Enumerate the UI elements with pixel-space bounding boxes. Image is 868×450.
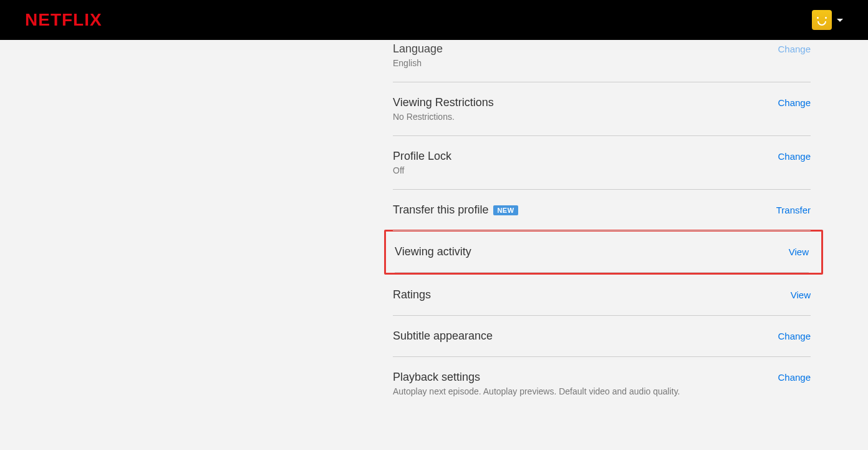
setting-row-viewing-activity: Viewing activity View <box>395 232 809 273</box>
action-link-change[interactable]: Change <box>778 372 811 383</box>
caret-down-icon <box>837 19 843 22</box>
action-link-change[interactable]: Change <box>778 151 811 162</box>
setting-row-ratings: Ratings View <box>393 275 811 316</box>
action-link-change[interactable]: Change <box>778 97 811 108</box>
action-link-change[interactable]: Change <box>778 44 811 54</box>
setting-title: Language <box>393 42 778 56</box>
top-header: NETFLIX <box>0 0 868 40</box>
action-link-view[interactable]: View <box>789 247 809 257</box>
setting-row-subtitle-appearance: Subtitle appearance Change <box>393 316 811 357</box>
setting-title: Profile Lock <box>393 150 778 163</box>
setting-title: Transfer this profile NEW <box>393 203 776 217</box>
netflix-logo[interactable]: NETFLIX <box>25 10 102 30</box>
setting-subtitle: No Restrictions. <box>393 112 778 122</box>
new-badge: NEW <box>493 205 518 215</box>
setting-title: Playback settings <box>393 371 778 384</box>
setting-row-viewing-restrictions: Viewing Restrictions No Restrictions. Ch… <box>393 82 811 136</box>
setting-subtitle: Off <box>393 165 778 175</box>
settings-content: Language English Change Viewing Restrict… <box>57 40 811 410</box>
setting-row-playback-settings: Playback settings Autoplay next episode.… <box>393 357 811 410</box>
highlighted-setting: Viewing activity View <box>384 230 823 275</box>
setting-title: Ratings <box>393 288 791 301</box>
setting-row-profile-lock: Profile Lock Off Change <box>393 136 811 190</box>
setting-title-text: Transfer this profile <box>393 203 488 217</box>
setting-row-transfer-profile: Transfer this profile NEW Transfer <box>393 190 811 231</box>
action-link-transfer[interactable]: Transfer <box>776 205 811 215</box>
setting-row-language: Language English Change <box>393 40 811 82</box>
action-link-change[interactable]: Change <box>778 331 811 341</box>
setting-subtitle: English <box>393 58 778 68</box>
avatar <box>812 10 832 30</box>
setting-title: Viewing activity <box>395 245 789 258</box>
setting-subtitle: Autoplay next episode. Autoplay previews… <box>393 386 778 396</box>
action-link-view[interactable]: View <box>791 290 811 300</box>
setting-title: Viewing Restrictions <box>393 96 778 109</box>
profile-menu-button[interactable] <box>812 10 843 30</box>
setting-title: Subtitle appearance <box>393 330 778 343</box>
